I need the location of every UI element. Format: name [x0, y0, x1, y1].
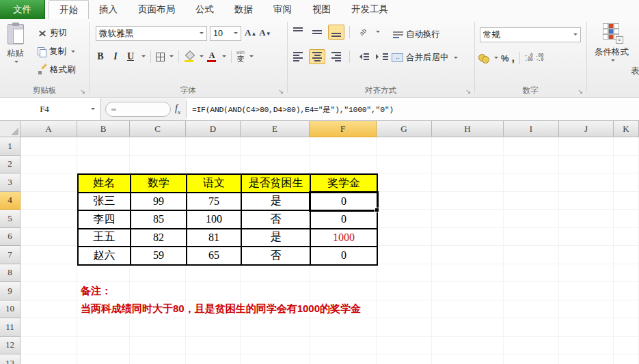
table-cell[interactable]: 75 — [187, 193, 241, 211]
decrease-decimal-button[interactable]: .00 →.0 — [536, 54, 544, 63]
grid-cell[interactable] — [559, 173, 614, 192]
grid-cell[interactable] — [21, 210, 77, 228]
grid-cell[interactable] — [77, 337, 130, 355]
table-cell[interactable]: 1000 — [310, 229, 377, 247]
table-header-cell[interactable]: 语文 — [187, 174, 241, 193]
table-cell[interactable]: 否 — [241, 247, 310, 265]
table-cell[interactable]: 59 — [131, 247, 187, 265]
grid-cell[interactable] — [21, 264, 77, 283]
table-cell[interactable]: 81 — [187, 229, 241, 247]
row-header-5[interactable]: 5 — [0, 210, 21, 228]
font-color-button[interactable]: A — [206, 51, 217, 62]
row-header-3[interactable]: 3 — [0, 173, 21, 192]
column-header-D[interactable]: D — [186, 121, 241, 137]
tab-formulas[interactable]: 公式 — [185, 0, 224, 19]
align-center-button[interactable] — [309, 49, 325, 64]
grid-cell[interactable] — [377, 210, 432, 228]
grid-cell[interactable] — [504, 282, 559, 300]
number-dialog-launcher-icon[interactable]: ↘ — [577, 89, 583, 95]
row-header-8[interactable]: 8 — [0, 264, 21, 283]
row-header-13[interactable]: 13 — [0, 354, 21, 364]
grid-cell[interactable] — [559, 137, 614, 156]
orientation-button[interactable]: ab — [355, 25, 371, 40]
grid-cell[interactable] — [130, 264, 186, 283]
table-header-cell[interactable]: 是否贫困生 — [241, 174, 310, 193]
grid-cell[interactable] — [130, 137, 186, 156]
name-box-caret-icon[interactable] — [91, 108, 95, 112]
paste-caret-icon[interactable] — [14, 61, 18, 65]
grid-cell[interactable] — [559, 337, 614, 355]
accounting-format-button[interactable] — [478, 53, 489, 63]
cut-button[interactable]: 剪切 — [36, 26, 69, 40]
grid-cell[interactable] — [614, 337, 639, 355]
table-cell[interactable]: 85 — [131, 210, 187, 229]
grid-cell[interactable] — [241, 318, 310, 337]
grid-cell[interactable] — [559, 318, 614, 337]
column-header-G[interactable]: G — [377, 121, 432, 137]
grid-cell[interactable] — [614, 156, 639, 174]
grid-cell[interactable] — [559, 354, 614, 364]
table-cell[interactable]: 0 — [310, 247, 377, 265]
underline-button[interactable]: U — [124, 51, 137, 62]
orientation-caret-icon[interactable] — [376, 31, 380, 35]
grid-cell[interactable] — [186, 337, 241, 355]
grid-cell[interactable] — [310, 156, 377, 174]
column-header-J[interactable]: J — [559, 121, 614, 137]
grid-cell[interactable] — [77, 354, 130, 364]
column-header-I[interactable]: I — [504, 121, 559, 137]
row-header-11[interactable]: 11 — [0, 318, 21, 337]
grid-cell[interactable] — [130, 354, 186, 364]
grid-cell[interactable] — [310, 354, 377, 364]
grid-cell[interactable] — [77, 318, 130, 337]
column-header-E[interactable]: E — [241, 121, 310, 137]
grid-cell[interactable] — [614, 354, 639, 364]
grid-cell[interactable] — [377, 318, 432, 337]
formula-input[interactable]: =IF(AND(AND(C4>80,D4>80),E4="是"),"1000",… — [187, 98, 639, 120]
grow-font-button[interactable]: A▲ — [245, 27, 256, 38]
font-size-select[interactable]: 10 — [210, 26, 241, 41]
column-header-H[interactable]: H — [432, 121, 504, 137]
grid-cell[interactable] — [559, 300, 614, 319]
grid-cell[interactable] — [614, 137, 639, 156]
selected-cell[interactable]: 0 — [310, 193, 377, 211]
increase-indent-button[interactable] — [374, 49, 390, 64]
increase-decimal-button[interactable]: ←.0 .00 — [525, 54, 533, 63]
grid-cell[interactable] — [377, 246, 432, 264]
font-dialog-launcher-icon[interactable]: ↘ — [278, 89, 284, 95]
grid-cell[interactable] — [21, 318, 77, 337]
grid-cell[interactable] — [559, 210, 614, 228]
grid-cell[interactable] — [504, 318, 559, 337]
grid-cell[interactable] — [504, 337, 559, 355]
grid-cell[interactable] — [614, 173, 639, 192]
grid-cell[interactable] — [559, 192, 614, 210]
grid-cell[interactable] — [77, 156, 130, 174]
table-cell[interactable]: 王五 — [78, 229, 131, 247]
grid-cell[interactable] — [186, 318, 241, 337]
grid-cell[interactable] — [377, 137, 432, 156]
italic-button[interactable]: I — [109, 51, 122, 62]
tab-insert[interactable]: 插入 — [89, 0, 128, 19]
number-format-select[interactable]: 常规 — [480, 27, 581, 42]
grid-cell[interactable] — [504, 246, 559, 264]
grid-cell[interactable] — [21, 337, 77, 355]
fill-color-caret-icon[interactable] — [200, 55, 204, 59]
grid-cell[interactable] — [377, 156, 432, 174]
column-header-A[interactable]: A — [21, 121, 77, 137]
fill-color-button[interactable] — [184, 52, 195, 62]
tab-view[interactable]: 视图 — [302, 0, 341, 19]
grid-cell[interactable] — [130, 156, 186, 174]
tab-developer[interactable]: 开发工具 — [341, 0, 398, 19]
grid-cell[interactable] — [130, 282, 186, 300]
font-name-select[interactable]: 微软雅黑 — [96, 26, 207, 41]
font-color-caret-icon[interactable] — [222, 55, 226, 59]
grid-cell[interactable] — [186, 282, 241, 300]
table-header-cell[interactable]: 姓名 — [78, 174, 131, 193]
tab-page-layout[interactable]: 页面布局 — [128, 0, 185, 19]
grid-cell[interactable] — [377, 173, 432, 192]
grid-cell[interactable] — [614, 192, 639, 210]
grid-cell[interactable] — [377, 264, 432, 283]
alignment-dialog-launcher-icon[interactable]: ↘ — [465, 89, 471, 95]
table-cell[interactable]: 是 — [241, 193, 310, 211]
grid-cell[interactable] — [504, 137, 559, 156]
grid-cell[interactable] — [614, 210, 639, 228]
